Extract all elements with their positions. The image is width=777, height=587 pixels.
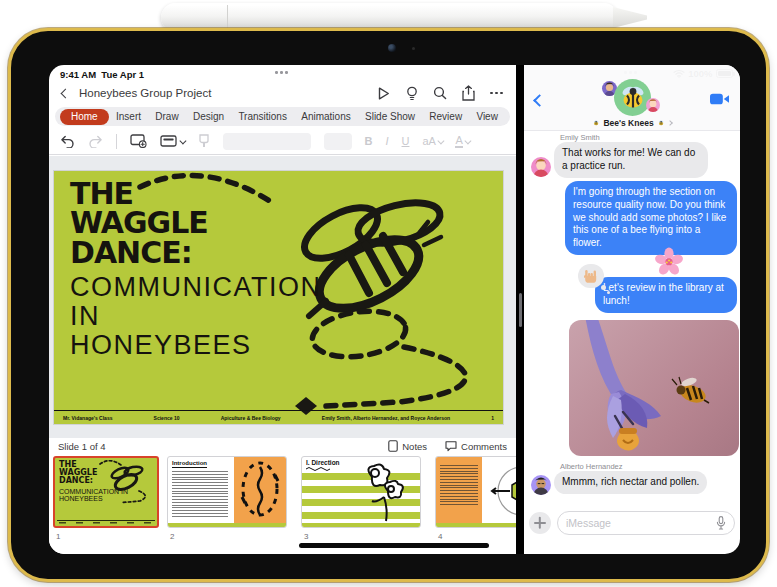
footer-authors: Emily Smith, Alberto Hernandez, and Royc…: [322, 415, 450, 421]
home-indicator[interactable]: [299, 543, 489, 548]
bold-button[interactable]: B: [365, 135, 373, 147]
cherry-blossom-emoji[interactable]: [654, 247, 684, 277]
bee-photo: [672, 376, 709, 405]
keynote-navbar: Honeybees Group Project: [49, 82, 516, 104]
slide-position-label: Slide 1 of 4: [58, 441, 106, 452]
comments-button[interactable]: Comments: [445, 440, 507, 452]
tab-animations[interactable]: Animations: [294, 109, 357, 124]
tab-design[interactable]: Design: [186, 109, 231, 124]
group-title[interactable]: Bee's Knees: [524, 118, 740, 128]
message-sent[interactable]: I'm going through the section on resourc…: [565, 181, 737, 255]
footer-page-number: 1: [491, 415, 494, 421]
ribbon-tabs: Home Insert Draw Design Transitions Anim…: [55, 107, 510, 126]
slide-layout-button[interactable]: [160, 135, 185, 147]
bee-icon: [614, 79, 651, 116]
thumb1-title: THE WAGGLE DANCE:: [59, 461, 117, 485]
chevron-down-icon: [438, 137, 444, 143]
footer-class: Mr. Vidanage's Class: [63, 415, 112, 421]
share-icon[interactable]: [462, 85, 475, 101]
tapback-reaction[interactable]: [578, 264, 604, 288]
status-date: Tue Apr 1: [101, 69, 144, 80]
pencil-tip: [613, 7, 647, 28]
more-icon[interactable]: [490, 92, 503, 95]
text-color-button[interactable]: A: [455, 135, 469, 148]
format-toolbar: B I U aA A: [49, 128, 516, 155]
slide-subtitle[interactable]: COMMUNICATION IN HONEYBEES: [70, 273, 321, 360]
photo-message[interactable]: [569, 320, 739, 456]
window-drag-handle[interactable]: [275, 71, 288, 74]
tab-draw[interactable]: Draw: [148, 109, 185, 124]
document-title[interactable]: Honeybees Group Project: [79, 87, 376, 99]
group-name: Bee's Knees: [603, 118, 653, 128]
add-attachment-button[interactable]: [529, 512, 551, 534]
format-brush-icon[interactable]: [198, 134, 210, 148]
underline-button[interactable]: U: [402, 135, 410, 147]
love-you-gesture-emoji: [584, 269, 598, 283]
text-style-button[interactable]: aA: [422, 135, 442, 147]
tab-insert[interactable]: Insert: [109, 109, 148, 124]
notes-button[interactable]: Notes: [388, 440, 427, 452]
squiggle-underline: [306, 467, 330, 471]
bee-icon: [657, 119, 665, 127]
keynote-window: 9:41 AM Tue Apr 1 Honeybees Group Projec…: [49, 65, 516, 554]
honey-pot-sticker: [617, 428, 639, 451]
italic-button[interactable]: I: [385, 135, 388, 147]
group-avatar-cluster[interactable]: [602, 79, 672, 119]
thumb3-title: I. Direction: [306, 459, 340, 466]
thumbnail-number: 3: [304, 532, 308, 541]
back-icon[interactable]: [533, 94, 546, 107]
footer-subject: Science 10: [154, 415, 180, 421]
thumbnail-slide-1[interactable]: THE WAGGLE DANCE: COMMUNICATION IN HONEY…: [53, 456, 159, 528]
lightbulb-icon[interactable]: [406, 86, 418, 101]
splitview-divider: [516, 65, 524, 554]
font-field-disabled: [223, 133, 311, 150]
slide-layout-icon: [160, 135, 177, 147]
thumb2-diagram-panel: [234, 457, 286, 523]
thumb2-title: Introduction: [172, 460, 207, 468]
tab-review[interactable]: Review: [422, 109, 469, 124]
slide-title[interactable]: THE WAGGLE DANCE:: [70, 179, 208, 267]
undo-icon[interactable]: [60, 135, 75, 148]
play-icon[interactable]: [376, 86, 391, 101]
splitview-drag-handle[interactable]: [519, 293, 522, 327]
message-input[interactable]: iMessage: [557, 511, 735, 535]
sender-name: Alberto Hernandez: [560, 462, 623, 471]
bee-icon: [592, 119, 600, 127]
bee-flower-photo: [569, 320, 739, 456]
thumb2-footer-strip: [168, 523, 286, 527]
chevron-down-icon: [465, 137, 471, 143]
message-received[interactable]: Mmmm, rich nectar and pollen.: [554, 471, 707, 494]
mic-dot: [412, 47, 415, 50]
thumbnail-number: 4: [438, 532, 442, 541]
search-icon[interactable]: [433, 86, 447, 100]
slide-canvas: THE WAGGLE DANCE: COMMUNICATION IN HONEY…: [49, 156, 516, 438]
facetime-video-icon[interactable]: [710, 93, 729, 105]
thumb3-footer-strip: [302, 523, 420, 527]
flower-doodle-mini: [350, 463, 410, 523]
message-received[interactable]: That works for me! We can do a practice …: [554, 142, 708, 178]
dictation-mic-icon[interactable]: [716, 516, 726, 530]
front-camera: [388, 44, 396, 52]
add-slide-icon[interactable]: [130, 134, 147, 148]
back-icon[interactable]: [61, 88, 71, 98]
message-sent[interactable]: Let's review in the library at lunch!: [595, 277, 737, 313]
thumbnail-slide-2[interactable]: Introduction: [167, 456, 287, 528]
slide-thumbnails-strip: THE WAGGLE DANCE: COMMUNICATION IN HONEY…: [49, 454, 516, 554]
avatar-emily: [531, 157, 551, 177]
thumbnail-slide-3[interactable]: I. Direction: [301, 456, 421, 528]
slide-footer: Mr. Vidanage's Class Science 10 Apicultu…: [54, 410, 503, 424]
avatar-alberto: [531, 475, 551, 495]
current-slide[interactable]: THE WAGGLE DANCE: COMMUNICATION IN HONEY…: [54, 171, 503, 424]
tab-slideshow[interactable]: Slide Show: [358, 109, 422, 124]
tab-view[interactable]: View: [469, 109, 505, 124]
thumbnail-number: 2: [170, 532, 174, 541]
messages-header: Bee's Knees: [524, 65, 740, 131]
redo-icon[interactable]: [88, 135, 103, 148]
tab-home[interactable]: Home: [60, 109, 109, 125]
messages-window: 100%: [524, 65, 740, 554]
screen: 9:41 AM Tue Apr 1 Honeybees Group Projec…: [49, 65, 740, 554]
toolbar-divider: [116, 134, 117, 149]
footer-topic: Apiculture & Bee Biology: [221, 415, 281, 421]
size-field-disabled: [324, 133, 352, 150]
tab-transitions[interactable]: Transitions: [231, 109, 294, 124]
